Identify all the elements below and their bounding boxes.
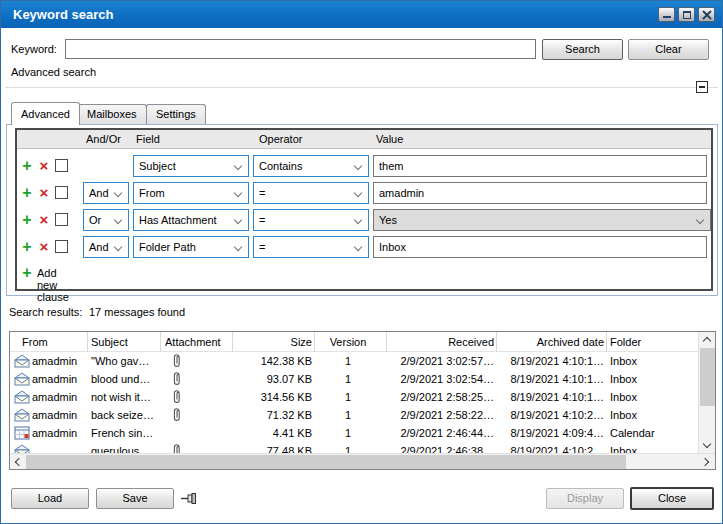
column-separator[interactable] [606,332,607,352]
chevron-down-icon [354,243,362,251]
column-header-received[interactable]: Received [384,336,494,348]
value-input[interactable] [373,155,707,177]
clause-checkbox[interactable] [55,159,68,172]
scroll-right-button[interactable] [699,454,715,470]
load-button[interactable]: Load [11,488,89,509]
operator-select[interactable]: = [253,182,369,204]
andor-select[interactable]: And [83,182,129,204]
andor-select-value: And [89,241,109,253]
cell-received: 2/9/2021 2:58:25… [384,391,494,403]
cell-subject: querulous… [91,445,158,453]
table-row[interactable]: querulous… 77.48 KB 1 2/9/2021 2:46:38… … [10,442,698,453]
table-row[interactable]: amadmin French sin… 4.41 KB 1 2/9/2021 2… [10,424,698,442]
column-separator[interactable] [160,332,161,352]
column-separator[interactable] [232,332,233,352]
search-results-label: Search results: [9,306,82,318]
column-header-folder[interactable]: Folder [610,336,641,348]
delete-clause-icon[interactable]: × [37,237,51,257]
collapse-minus-icon [699,86,705,88]
field-select-value: Has Attachment [139,214,217,226]
field-select[interactable]: From [133,182,249,204]
cell-from: amadmin [32,355,86,367]
tab-advanced[interactable]: Advanced [11,102,80,125]
table-row[interactable]: amadmin not wish it… 314.56 KB 1 2/9/202… [10,388,698,406]
mail-icon [14,408,30,422]
operator-select[interactable]: = [253,209,369,231]
vertical-scrollbar[interactable] [698,332,715,453]
column-separator[interactable] [87,332,88,352]
cell-folder: Inbox [610,445,696,453]
clause-checkbox[interactable] [55,186,68,199]
vertical-scrollbar-thumb[interactable] [700,348,715,406]
clause-row: + × And From = [17,182,711,204]
scroll-down-button[interactable] [699,438,716,453]
display-button[interactable]: Display [546,488,624,509]
operator-select[interactable]: = [253,236,369,258]
minimize-button[interactable] [658,7,675,22]
column-header-version[interactable]: Version [312,336,384,348]
field-select-value: Subject [139,160,176,172]
minimize-icon [663,16,671,18]
chevron-down-icon [354,189,362,197]
cell-version: 1 [312,427,384,439]
save-button[interactable]: Save [96,488,174,509]
chevron-right-icon [701,458,709,466]
field-select[interactable]: Folder Path [133,236,249,258]
column-header-size[interactable]: Size [234,336,312,348]
andor-select[interactable]: Or [83,209,129,231]
add-clause-icon[interactable]: + [20,183,34,203]
calendar-icon [14,426,30,440]
cell-size: 71.32 KB [234,409,312,421]
keyword-input[interactable] [65,39,536,59]
chevron-down-icon [234,216,242,224]
clause-checkbox[interactable] [55,213,68,226]
delete-clause-icon[interactable]: × [37,156,51,176]
value-input[interactable] [373,236,707,258]
andor-select[interactable]: And [83,236,129,258]
paperclip-icon [172,371,192,388]
column-header-archived-date[interactable]: Archived date [494,336,604,348]
table-row[interactable]: amadmin blood und… 93.07 KB 1 2/9/2021 3… [10,370,698,388]
search-button[interactable]: Search [542,39,623,60]
clear-button[interactable]: Clear [628,39,709,60]
close-window-button[interactable] [698,7,715,22]
field-select[interactable]: Has Attachment [133,209,249,231]
horizontal-scrollbar-thumb[interactable] [26,455,626,469]
column-header-subject[interactable]: Subject [91,336,128,348]
field-select-value: Folder Path [139,241,196,253]
table-row[interactable]: amadmin "Who gav… 142.38 KB 1 2/9/2021 3… [10,352,698,370]
tab-settings[interactable]: Settings [146,104,206,125]
mail-icon [14,372,30,386]
cell-archived-date: 8/19/2021 4:10:1… [494,391,604,403]
cell-received: 2/9/2021 2:46:38… [384,445,494,453]
value-select[interactable]: Yes [373,209,711,231]
add-clause-icon[interactable]: + [20,156,34,176]
cell-version: 1 [312,391,384,403]
close-button[interactable]: Close [630,487,714,510]
chevron-up-icon [703,337,711,345]
value-input[interactable] [373,182,707,204]
column-header-from[interactable]: From [22,336,48,348]
scroll-left-button[interactable] [10,454,26,470]
add-clause-icon[interactable]: + [20,210,34,230]
cell-size: 4.41 KB [234,427,312,439]
clause-table: And/Or Field Operator Value + × Subject … [15,128,713,291]
cell-size: 142.38 KB [234,355,312,367]
tab-mailboxes[interactable]: Mailboxes [77,104,147,125]
table-row[interactable]: amadmin back seize… 71.32 KB 1 2/9/2021 … [10,406,698,424]
column-header-attachment[interactable]: Attachment [165,336,221,348]
scroll-up-button[interactable] [699,332,716,347]
chevron-down-icon [354,162,362,170]
add-clause-icon[interactable]: + [20,237,34,257]
delete-clause-icon[interactable]: × [37,210,51,230]
horizontal-scrollbar[interactable] [10,453,715,469]
field-select[interactable]: Subject [133,155,249,177]
clause-checkbox[interactable] [55,240,68,253]
maximize-button[interactable] [678,7,695,22]
cell-version: 1 [312,445,384,453]
operator-select[interactable]: Contains [253,155,369,177]
delete-clause-icon[interactable]: × [37,183,51,203]
pin-button[interactable] [181,492,199,505]
collapse-toggle[interactable] [696,81,708,93]
cell-received: 2/9/2021 3:02:54… [384,373,494,385]
